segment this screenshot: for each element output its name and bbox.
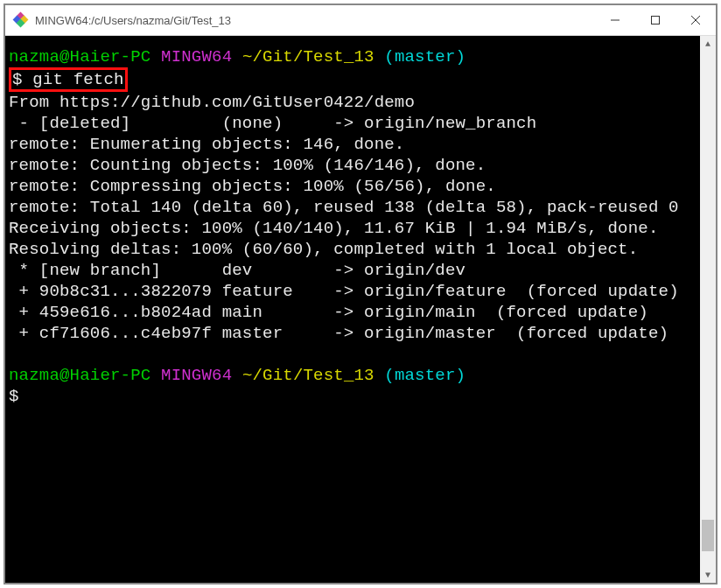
- window-title: MINGW64:/c/Users/nazma/Git/Test_13: [35, 14, 595, 27]
- terminal-wrap: nazma@Haier-PC MINGW64 ~/Git/Test_13 (ma…: [5, 36, 716, 583]
- svg-rect-1: [652, 17, 660, 24]
- close-button[interactable]: [676, 5, 716, 36]
- prompt-user: nazma@Haier-PC: [9, 366, 150, 385]
- maximize-icon: [650, 15, 661, 25]
- title-bar[interactable]: MINGW64:/c/Users/nazma/Git/Test_13: [5, 5, 716, 36]
- scrollbar[interactable]: ▲ ▼: [700, 36, 716, 583]
- close-icon: [690, 15, 701, 25]
- prompt-dollar: $: [9, 387, 19, 406]
- terminal[interactable]: nazma@Haier-PC MINGW64 ~/Git/Test_13 (ma…: [5, 36, 700, 583]
- chevron-down-icon[interactable]: ▼: [700, 567, 716, 583]
- prompt-user: nazma@Haier-PC: [9, 47, 150, 66]
- output-line: Receiving objects: 100% (140/140), 11.67…: [9, 219, 659, 238]
- minimize-button[interactable]: [595, 5, 635, 36]
- prompt-branch: (master): [384, 366, 466, 385]
- prompt-branch: (master): [384, 47, 466, 66]
- chevron-up-icon[interactable]: ▲: [700, 36, 716, 52]
- output-line: - [deleted] (none) -> origin/new_branch: [9, 114, 536, 133]
- output-line: remote: Compressing objects: 100% (56/56…: [9, 177, 496, 196]
- output-line: remote: Enumerating objects: 146, done.: [9, 135, 404, 154]
- mingw-diamond-icon: [14, 13, 28, 27]
- window-controls: [595, 5, 716, 36]
- output-line: remote: Counting objects: 100% (146/146)…: [9, 156, 486, 175]
- prompt-env: MINGW64: [161, 47, 232, 66]
- output-line: From https://github.com/GitUser0422/demo: [9, 93, 415, 112]
- highlighted-command: $ git fetch: [9, 67, 128, 92]
- command-text: git fetch: [32, 70, 123, 89]
- prompt-path: ~/Git/Test_13: [242, 47, 374, 66]
- prompt-path: ~/Git/Test_13: [242, 366, 374, 385]
- output-line: Resolving deltas: 100% (60/60), complete…: [9, 240, 638, 259]
- output-line: + 459e616...b8024ad main -> origin/main …: [9, 303, 648, 322]
- maximize-button[interactable]: [635, 5, 676, 36]
- prompt-dollar: $: [12, 70, 23, 89]
- output-line: + 90b8c31...3822079 feature -> origin/fe…: [9, 282, 679, 301]
- output-line: + cf71606...c4eb97f master -> origin/mas…: [9, 324, 668, 343]
- minimize-icon: [610, 15, 620, 25]
- output-line: * [new branch] dev -> origin/dev: [9, 261, 466, 280]
- scrollbar-thumb[interactable]: [702, 520, 714, 551]
- output-line: remote: Total 140 (delta 60), reused 138…: [9, 198, 679, 217]
- window-frame: MINGW64:/c/Users/nazma/Git/Test_13 nazma…: [4, 4, 718, 584]
- prompt-env: MINGW64: [161, 366, 232, 385]
